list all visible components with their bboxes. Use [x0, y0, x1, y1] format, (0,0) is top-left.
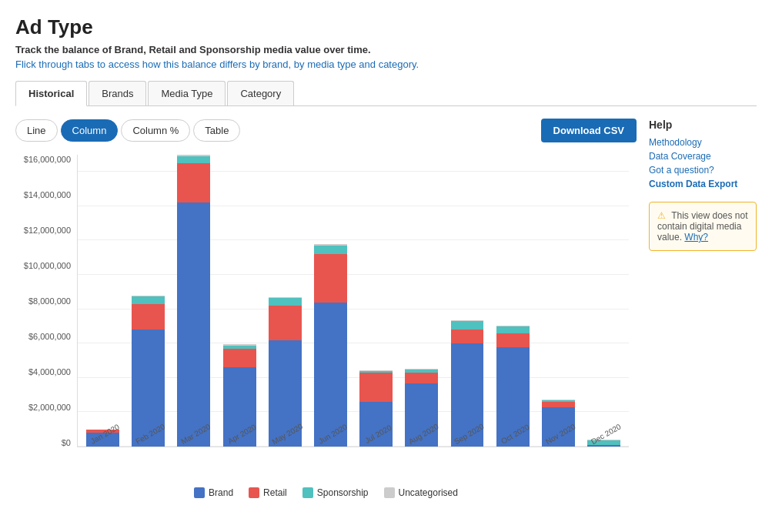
x-labels: Jan 2020Feb 2020Mar 2020Apr 2020May 2020…: [78, 416, 629, 447]
x-label: Jul 2020: [357, 419, 399, 448]
legend-label-sponsorship: Sponsorship: [317, 487, 369, 498]
x-label: Apr 2020: [220, 419, 262, 448]
bar-segment-retail: [177, 163, 210, 202]
x-label: Sep 2020: [448, 419, 490, 448]
bar-stack: [177, 155, 210, 447]
bar-segment-retail: [405, 373, 438, 383]
tab-category[interactable]: Category: [227, 81, 294, 105]
y-label: $0: [62, 438, 71, 447]
y-label: $12,000,000: [24, 226, 71, 235]
bar-segment-sponsorship: [496, 326, 530, 333]
legend-color-sponsorship: [302, 487, 313, 498]
help-title: Help: [649, 119, 757, 131]
bar-segment-brand: [177, 202, 210, 447]
content-area: Line Column Column % Table Download CSV …: [15, 119, 757, 498]
bar-group: [354, 155, 398, 447]
y-label: $10,000,000: [24, 261, 71, 270]
bar-group: [81, 155, 125, 447]
bar-group: [536, 155, 580, 447]
chart-type-buttons: Line Column Column % Table: [15, 119, 240, 142]
x-label: Feb 2020: [129, 419, 172, 448]
legend-item-sponsorship: Sponsorship: [302, 487, 369, 498]
bar-segment-retail: [496, 333, 530, 347]
help-link-custom-export[interactable]: Custom Data Export: [649, 179, 757, 189]
chart-area: Jan 2020Feb 2020Mar 2020Apr 2020May 2020…: [77, 155, 629, 447]
bar-group: [218, 155, 262, 447]
tab-historical[interactable]: Historical: [15, 81, 87, 106]
legend-item-brand: Brand: [194, 487, 233, 498]
bar-segment-sponsorship: [177, 156, 210, 163]
btn-table[interactable]: Table: [193, 119, 240, 142]
tabs-row: Historical Brands Media Type Category: [15, 81, 757, 106]
legend: Brand Retail Sponsorship Uncategorised: [15, 487, 637, 498]
x-label: Mar 2020: [175, 419, 217, 448]
legend-label-brand: Brand: [209, 487, 233, 498]
bars-container: [78, 155, 629, 447]
y-axis: $16,000,000 $14,000,000 $12,000,000 $10,…: [15, 155, 77, 447]
help-link-question[interactable]: Got a question?: [649, 165, 757, 176]
x-label: Oct 2020: [493, 419, 536, 448]
bar-group: [582, 155, 626, 447]
bar-group: [126, 155, 170, 447]
x-label: Jan 2020: [84, 419, 126, 448]
bar-segment-retail: [269, 306, 302, 340]
legend-item-retail: Retail: [249, 487, 287, 498]
y-label: $14,000,000: [24, 190, 71, 199]
bar-segment-sponsorship: [132, 296, 165, 304]
bar-segment-sponsorship: [269, 298, 302, 306]
help-link-data-coverage[interactable]: Data Coverage: [649, 151, 757, 162]
alert-icon: ⚠: [657, 210, 666, 221]
btn-column[interactable]: Column: [61, 119, 119, 142]
btn-line[interactable]: Line: [15, 119, 58, 142]
chart-wrapper: $16,000,000 $14,000,000 $12,000,000 $10,…: [15, 155, 637, 478]
x-label: Aug 2020: [403, 419, 445, 448]
bar-group: [399, 155, 443, 447]
subtitle-bold: Track the balance of Brand, Retail and S…: [15, 44, 757, 55]
bar-segment-sponsorship: [451, 321, 484, 330]
bar-segment-retail: [359, 373, 393, 402]
main-chart-area: Line Column Column % Table Download CSV …: [15, 119, 637, 498]
subtitle-text: Flick through tabs to access how this ba…: [15, 59, 757, 70]
bar-segment-retail: [451, 330, 484, 343]
legend-label-retail: Retail: [263, 487, 287, 498]
y-label: $2,000,000: [28, 403, 71, 412]
legend-item-uncategorised: Uncategorised: [384, 487, 458, 498]
x-label: Dec 2020: [585, 419, 627, 448]
bar-segment-retail: [132, 304, 165, 330]
bar-group: [491, 155, 535, 447]
legend-color-uncategorised: [384, 487, 395, 498]
chart-controls: Line Column Column % Table Download CSV: [15, 119, 637, 142]
legend-color-retail: [249, 487, 259, 498]
legend-color-brand: [194, 487, 205, 498]
help-link-methodology[interactable]: Methodology: [649, 137, 757, 148]
tab-brands[interactable]: Brands: [89, 81, 146, 105]
tab-media-type[interactable]: Media Type: [148, 81, 226, 105]
y-label: $4,000,000: [28, 367, 71, 376]
x-label: Nov 2020: [540, 419, 582, 448]
bar-group: [172, 155, 216, 447]
bar-group: [309, 155, 353, 447]
bar-segment-retail: [314, 254, 347, 302]
y-label: $8,000,000: [28, 296, 71, 306]
y-label: $6,000,000: [28, 332, 71, 341]
alert-why-link[interactable]: Why?: [684, 232, 708, 243]
btn-column-pct[interactable]: Column %: [121, 119, 190, 142]
sidebar: Help Methodology Data Coverage Got a que…: [649, 119, 757, 498]
download-csv-button[interactable]: Download CSV: [541, 119, 637, 142]
bar-group: [263, 155, 307, 447]
x-label: May 2020: [266, 419, 309, 448]
bar-group: [445, 155, 489, 447]
y-label: $16,000,000: [24, 155, 71, 164]
bar-segment-sponsorship: [314, 246, 347, 254]
bar-segment-retail: [542, 402, 575, 407]
bar-segment-retail: [223, 349, 256, 368]
page-title: Ad Type: [15, 15, 757, 39]
legend-label-uncategorised: Uncategorised: [399, 487, 458, 498]
alert-box: ⚠ This view does not contain digital med…: [649, 202, 757, 251]
x-label: Jun 2020: [312, 419, 354, 448]
